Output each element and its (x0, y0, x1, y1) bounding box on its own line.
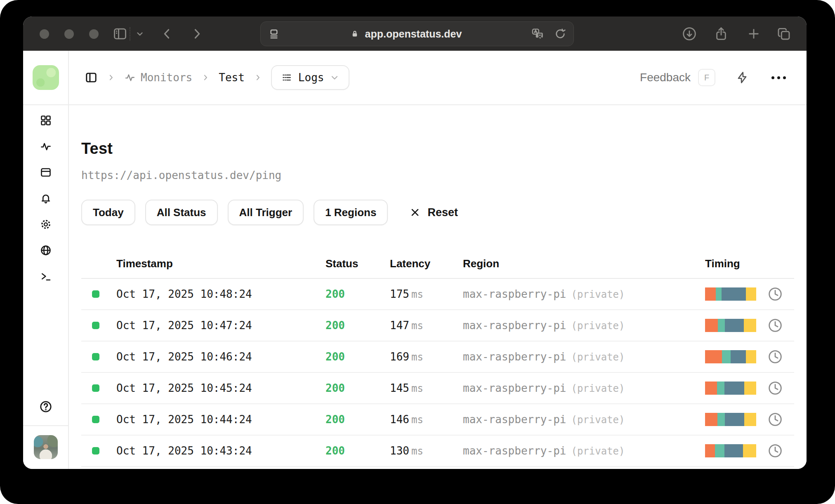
timing-cell (705, 380, 794, 396)
timing-segment (725, 413, 744, 426)
filter-button-regions[interactable]: 1 Regions (314, 200, 388, 225)
reset-filters-button[interactable]: Reset (407, 206, 460, 219)
column-header-timestamp: Timestamp (116, 257, 326, 270)
latency-unit: ms (411, 414, 423, 426)
timing-segment (705, 287, 716, 301)
workspace-avatar[interactable] (33, 65, 59, 90)
address-bar[interactable]: app.openstatus.dev (260, 21, 574, 46)
latency-cell: 130ms (390, 445, 463, 457)
status-code-cell: 200 (326, 351, 390, 363)
region-name: max-raspberry-pi (463, 319, 566, 332)
log-table: Timestamp Status Latency Region Timing O… (81, 249, 794, 467)
help-icon[interactable] (39, 400, 53, 414)
monitor-endpoint: https://api.openstatus.dev/ping (81, 169, 794, 181)
view-selector-logs[interactable]: Logs (271, 65, 350, 90)
clock-icon (767, 317, 783, 334)
downloads-icon[interactable] (681, 26, 698, 42)
translate-icon[interactable] (531, 27, 545, 41)
breadcrumb-monitor-name[interactable]: Test (219, 71, 245, 84)
tab-group-chevron-icon[interactable] (135, 29, 144, 38)
status-ok-dot (92, 322, 99, 329)
dashboard-grid-icon[interactable] (40, 114, 52, 127)
feedback-link[interactable]: Feedback (640, 71, 691, 84)
latency-unit: ms (411, 445, 423, 457)
app-main: Monitors Test Logs (69, 51, 807, 469)
latency-value: 169 (390, 351, 409, 363)
timestamp-cell: Oct 17, 2025 10:43:24 (116, 445, 326, 457)
profile-avatar[interactable] (34, 435, 58, 459)
breadcrumb-monitors-label: Monitors (141, 71, 192, 84)
reset-label: Reset (427, 206, 458, 219)
app-sidebar-toggle-icon[interactable] (85, 71, 98, 84)
region-cell: max-raspberry-pi(private) (463, 351, 705, 363)
share-icon[interactable] (713, 26, 729, 42)
x-icon (409, 207, 421, 218)
log-table-row[interactable]: Oct 17, 2025 10:48:24 200 175ms max-rasp… (81, 279, 794, 310)
app-sidebar (23, 51, 69, 469)
browser-titlebar: app.openstatus.dev (23, 16, 807, 51)
monitors-activity-icon[interactable] (40, 140, 52, 153)
timing-segment (722, 350, 731, 363)
region-name: max-raspberry-pi (463, 288, 566, 300)
new-tab-icon[interactable] (746, 26, 762, 42)
globe-icon[interactable] (40, 244, 52, 257)
timing-bar (705, 444, 756, 457)
status-code-cell: 200 (326, 445, 390, 457)
log-table-row[interactable]: Oct 17, 2025 10:47:24 200 147ms max-rasp… (81, 310, 794, 341)
back-icon[interactable] (160, 27, 174, 41)
status-code-cell: 200 (326, 413, 390, 426)
latency-unit: ms (411, 320, 423, 332)
tab-overview-icon[interactable] (776, 26, 792, 42)
filter-button-today[interactable]: Today (81, 200, 135, 225)
status-dot-cell (81, 290, 116, 298)
timing-segment (744, 413, 756, 426)
minimize-window-button[interactable] (64, 29, 74, 39)
window-controls (40, 29, 99, 39)
log-table-row[interactable]: Oct 17, 2025 10:43:24 200 130ms max-rasp… (81, 436, 794, 467)
latency-cell: 175ms (390, 288, 463, 300)
timing-segment (705, 444, 715, 457)
region-name: max-raspberry-pi (463, 382, 566, 394)
clock-icon (767, 411, 783, 428)
activity-icon (124, 72, 136, 83)
timing-segment (744, 319, 756, 332)
lightning-icon[interactable] (735, 71, 749, 85)
page-format-icon[interactable] (267, 27, 281, 40)
region-name: max-raspberry-pi (463, 413, 566, 426)
log-table-row[interactable]: Oct 17, 2025 10:45:24 200 145ms max-rasp… (81, 373, 794, 404)
status-code-cell: 200 (326, 382, 390, 394)
feedback-shortcut-badge: F (698, 69, 715, 86)
breadcrumb-monitors[interactable]: Monitors (124, 71, 192, 84)
terminal-icon[interactable] (40, 270, 52, 283)
notifications-bell-icon[interactable] (40, 192, 52, 205)
column-header-latency: Latency (390, 257, 463, 270)
close-window-button[interactable] (40, 29, 49, 39)
timestamp-cell: Oct 17, 2025 10:46:24 (116, 351, 326, 363)
log-table-row[interactable]: Oct 17, 2025 10:46:24 200 169ms max-rasp… (81, 341, 794, 373)
zoom-window-button[interactable] (89, 29, 99, 39)
status-ok-dot (92, 353, 99, 360)
log-table-row[interactable]: Oct 17, 2025 10:44:24 200 146ms max-rasp… (81, 404, 794, 436)
filter-button-all-trigger[interactable]: All Trigger (228, 200, 304, 225)
timing-segment (718, 319, 725, 332)
clock-icon (767, 349, 783, 365)
more-options-icon[interactable] (771, 76, 786, 79)
timing-segment (744, 382, 756, 395)
sidebar-header (23, 51, 68, 105)
status-pages-panel-icon[interactable] (40, 166, 52, 179)
latency-cell: 145ms (390, 382, 463, 394)
settings-gear-icon[interactable] (40, 218, 52, 231)
region-cell: max-raspberry-pi(private) (463, 445, 705, 457)
latency-value: 147 (390, 319, 409, 332)
latency-value: 130 (390, 445, 409, 457)
status-dot-cell (81, 322, 116, 329)
browser-sidebar-toggle-icon[interactable] (112, 26, 128, 42)
timing-cell (705, 349, 794, 365)
status-ok-dot (92, 416, 99, 423)
timing-segment (705, 319, 718, 332)
latency-value: 145 (390, 382, 409, 394)
filter-button-all-status[interactable]: All Status (145, 200, 218, 225)
column-header-region: Region (463, 257, 705, 270)
reload-icon[interactable] (554, 27, 567, 40)
forward-icon[interactable] (190, 27, 204, 41)
